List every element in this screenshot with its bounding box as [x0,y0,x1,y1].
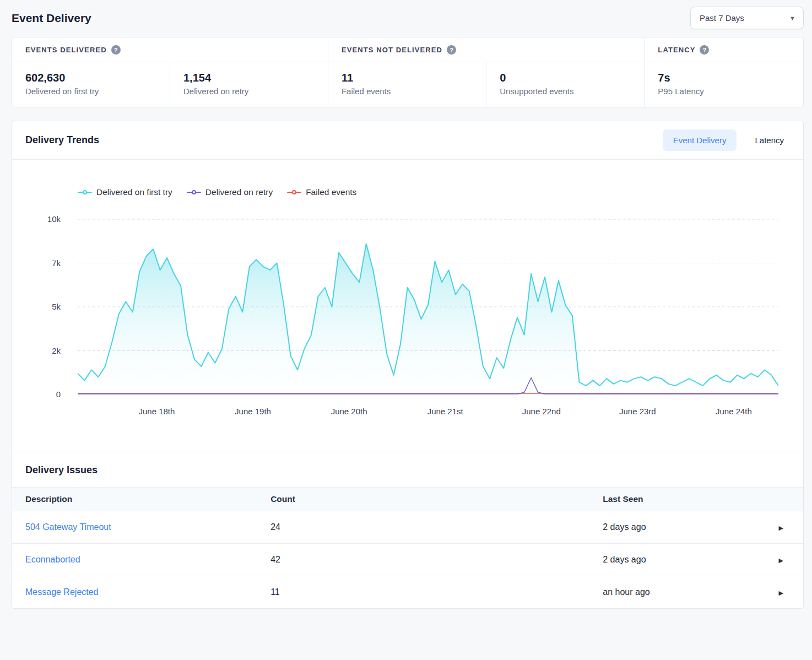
trend-chart-svg [78,217,778,397]
table-row[interactable]: 504 Gateway Timeout 24 2 days ago ▶ [12,511,803,544]
chart-area: Delivered on first try Delivered on retr… [12,160,803,452]
stat-value: 602,630 [25,72,156,84]
issues-title: Delivery Issues [12,452,803,487]
issue-count: 24 [257,511,589,544]
issue-link[interactable]: Message Rejected [25,587,99,597]
stats-card: EVENTS DELIVERED ? 602,630 Delivered on … [12,37,804,107]
topbar: Event Delivery Past 7 Days ▼ [12,0,804,37]
stat-unsupported-events: 0 Unsupported events [486,62,644,107]
stat-caption: Delivered on first try [25,86,156,96]
stat-group-latency: LATENCY ? 7s P95 Latency [644,37,803,107]
trends-header: Delivery Trends Event Delivery Latency [12,121,803,160]
issue-count: 42 [257,544,589,576]
tab-latency[interactable]: Latency [744,129,794,151]
help-icon[interactable]: ? [700,45,709,55]
issue-count: 11 [257,576,589,609]
table-row[interactable]: Econnaborted 42 2 days ago ▶ [12,544,803,576]
y-axis-tick-label: 10k [47,214,61,224]
stat-group-label: EVENTS DELIVERED [25,46,107,54]
trend-plot: 10k7k5k2k0 June 18thJune 19thJune 20thJu… [12,217,803,430]
delivery-issues-card: Delivery Issues Description Count Last S… [12,452,804,609]
column-header-actions [748,488,803,511]
issues-table: Description Count Last Seen 504 Gateway … [12,487,803,608]
issue-last-seen: 2 days ago [589,511,748,544]
legend-item-retry[interactable]: Delivered on retry [187,187,273,197]
issue-last-seen: an hour ago [589,576,748,609]
chart-legend: Delivered on first try Delivered on retr… [78,187,803,197]
legend-marker [78,192,92,193]
stat-caption: Failed events [342,86,473,96]
stat-delivered-first-try: 602,630 Delivered on first try [12,62,170,107]
date-range-value: Past 7 Days [700,13,744,23]
legend-label: Delivered on retry [205,187,273,197]
y-axis-tick-label: 7k [52,258,61,268]
help-icon[interactable]: ? [111,45,121,55]
y-axis-tick-label: 5k [52,302,61,311]
column-header-last-seen: Last Seen [589,488,748,511]
stat-caption: P95 Latency [658,86,790,96]
table-row[interactable]: Message Rejected 11 an hour ago ▶ [12,576,803,609]
chevron-right-icon[interactable]: ▶ [779,557,783,564]
x-axis-tick-label: June 19th [214,407,291,416]
x-axis-tick-label: June 21st [407,407,484,416]
tab-event-delivery[interactable]: Event Delivery [663,129,737,151]
legend-label: Failed events [306,187,356,197]
trends-title: Delivery Trends [25,134,99,146]
stat-value: 11 [342,72,473,84]
x-axis-labels: June 18thJune 19thJune 20thJune 21stJune… [78,407,778,420]
stat-group-events-delivered: EVENTS DELIVERED ? 602,630 Delivered on … [12,37,328,107]
x-axis-tick-label: June 24th [695,407,772,416]
date-range-dropdown[interactable]: Past 7 Days ▼ [690,7,804,29]
page-title: Event Delivery [12,12,91,25]
stat-value: 0 [500,72,631,84]
stat-failed-events: 11 Failed events [328,62,486,107]
stat-value: 7s [658,72,790,84]
stat-caption: Unsupported events [500,86,631,96]
trends-tabs: Event Delivery Latency [663,129,794,151]
x-axis-tick-label: June 18th [118,407,195,416]
stat-caption: Delivered on retry [183,86,315,96]
legend-marker [187,192,201,193]
y-axis-tick-label: 2k [52,346,61,355]
y-axis-labels: 10k7k5k2k0 [12,217,67,397]
help-icon[interactable]: ? [447,45,456,55]
issue-link[interactable]: 504 Gateway Timeout [25,522,111,532]
stat-group-label: EVENTS NOT DELIVERED [342,46,442,54]
x-axis-tick-label: June 20th [311,407,388,416]
chevron-down-icon: ▼ [789,15,795,21]
delivery-trends-card: Delivery Trends Event Delivery Latency D… [12,121,804,452]
stat-group-header: LATENCY ? [645,37,803,62]
stat-group-label: LATENCY [658,46,695,54]
legend-label: Delivered on first try [96,187,172,197]
stat-group-header: EVENTS NOT DELIVERED ? [328,37,644,62]
legend-item-first-try[interactable]: Delivered on first try [78,187,172,197]
legend-marker [287,192,301,193]
issue-last-seen: 2 days ago [589,544,748,576]
issue-link[interactable]: Econnaborted [25,555,80,564]
stat-value: 1,154 [183,72,315,84]
table-header-row: Description Count Last Seen [12,488,803,511]
chevron-right-icon[interactable]: ▶ [779,524,783,531]
stat-group-events-not-delivered: EVENTS NOT DELIVERED ? 11 Failed events … [328,37,644,107]
y-axis-tick-label: 0 [56,389,61,399]
stat-delivered-on-retry: 1,154 Delivered on retry [170,62,328,107]
column-header-count: Count [257,488,589,511]
x-axis-tick-label: June 22nd [503,407,580,416]
legend-item-failed[interactable]: Failed events [287,187,356,197]
page: Event Delivery Past 7 Days ▼ EVENTS DELI… [0,0,812,609]
stat-group-header: EVENTS DELIVERED ? [12,37,328,62]
column-header-description: Description [12,488,257,511]
stat-p95-latency: 7s P95 Latency [645,62,803,107]
x-axis-tick-label: June 23rd [599,407,676,416]
chevron-right-icon[interactable]: ▶ [779,589,783,596]
